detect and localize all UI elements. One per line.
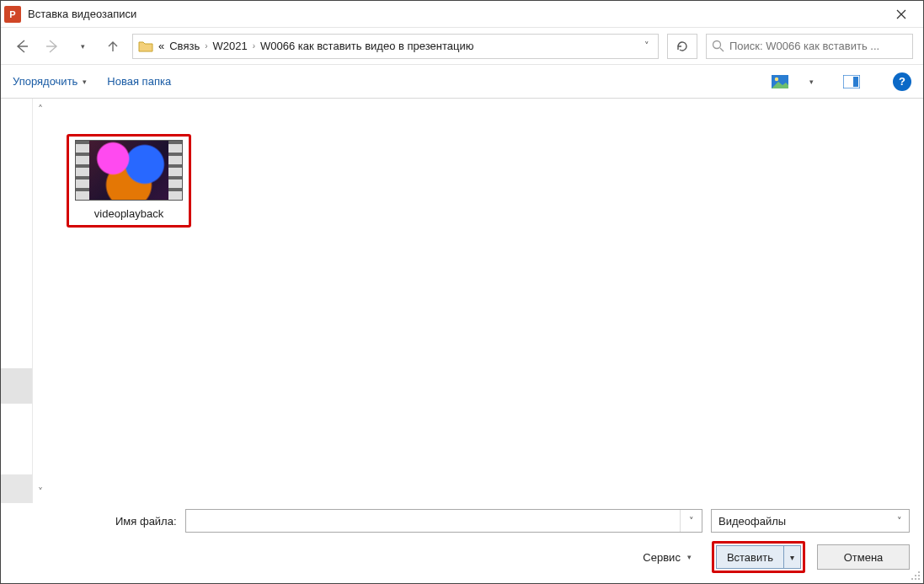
filetype-combobox[interactable]: Видеофайлы ˅: [711, 509, 910, 533]
tools-button[interactable]: Сервис ▾: [643, 551, 692, 564]
cancel-label: Отмена: [844, 551, 884, 564]
filename-combobox[interactable]: ˅: [185, 509, 702, 533]
chevron-down-icon: ▾: [81, 42, 85, 51]
refresh-icon: [676, 40, 689, 53]
breadcrumb-item[interactable]: Связь: [169, 40, 200, 52]
recent-locations-button[interactable]: ▾: [72, 35, 93, 58]
filename-label: Имя файла:: [115, 515, 177, 528]
close-icon: [896, 9, 906, 19]
breadcrumb-prefix: «: [158, 40, 164, 52]
view-mode-button[interactable]: [771, 73, 789, 90]
chevron-down-icon: ▾: [687, 553, 692, 561]
arrow-up-icon: [106, 40, 120, 53]
new-folder-label: Новая папка: [107, 75, 171, 88]
search-input[interactable]: [729, 40, 907, 52]
cancel-button[interactable]: Отмена: [817, 544, 910, 570]
insert-video-dialog: P Вставка видеозаписи ▾ « Связь › W2021 …: [0, 0, 924, 584]
app-icon: P: [4, 6, 21, 23]
new-folder-button[interactable]: Новая папка: [107, 75, 171, 88]
dialog-body: ˄ ˅ videoplayback: [1, 99, 923, 503]
dialog-footer: Имя файла: ˅ Видеофайлы ˅ Сервис ▾ Встав…: [1, 503, 923, 583]
titlebar: P Вставка видеозаписи: [1, 1, 923, 28]
preview-pane-icon: [843, 75, 860, 88]
background-slide-thumb: [1, 368, 32, 404]
chevron-right-icon: ›: [253, 41, 255, 51]
svg-rect-4: [853, 77, 858, 87]
toolbar: Упорядочить ▾ Новая папка ▾ ?: [1, 65, 923, 99]
filetype-dropdown[interactable]: ˅: [897, 516, 902, 527]
organize-label: Упорядочить: [13, 75, 77, 88]
nav-up-button[interactable]: [102, 35, 124, 58]
search-box[interactable]: [706, 34, 913, 59]
chevron-down-icon: ▾: [83, 78, 87, 86]
resize-grip[interactable]: [909, 569, 921, 581]
insert-button-highlight: Вставить ▾: [712, 541, 805, 573]
view-mode-dropdown[interactable]: ▾: [809, 78, 814, 86]
breadcrumb-dropdown[interactable]: ˅: [644, 40, 653, 51]
filetype-label: Видеофайлы: [718, 515, 786, 528]
help-button[interactable]: ?: [893, 72, 911, 91]
scroll-up-button[interactable]: ˄: [38, 104, 43, 115]
navbar: ▾ « Связь › W2021 › W0066 как вставить в…: [1, 28, 923, 65]
video-thumbnail-image: [89, 141, 168, 200]
nav-forward-button[interactable]: [41, 35, 63, 58]
nav-back-button[interactable]: [11, 35, 33, 58]
organize-button[interactable]: Упорядочить ▾: [13, 75, 87, 88]
preview-pane-button[interactable]: [842, 73, 861, 90]
filename-dropdown[interactable]: ˅: [680, 510, 702, 532]
tools-label: Сервис: [643, 551, 681, 564]
background-app-strip: [1, 99, 33, 503]
arrow-right-icon: [45, 39, 60, 54]
close-button[interactable]: [883, 2, 920, 27]
video-thumbnail: [75, 140, 183, 201]
background-statusbar: [1, 474, 32, 503]
refresh-button[interactable]: [667, 34, 697, 59]
insert-split-dropdown[interactable]: ▾: [784, 545, 801, 569]
file-item-label: videoplayback: [94, 207, 163, 220]
window-title: Вставка видеозаписи: [26, 8, 878, 20]
breadcrumb-item[interactable]: W0066 как вставить видео в презентацию: [260, 40, 473, 52]
file-item-selected[interactable]: videoplayback: [67, 134, 191, 228]
svg-point-0: [713, 41, 721, 49]
insert-label: Вставить: [727, 551, 773, 564]
scroll-down-button[interactable]: ˅: [38, 486, 43, 498]
file-list-pane[interactable]: videoplayback: [48, 99, 923, 503]
chevron-right-icon: ›: [205, 41, 207, 51]
folder-icon: [138, 40, 153, 53]
breadcrumb[interactable]: « Связь › W2021 › W0066 как вставить вид…: [132, 34, 659, 59]
search-icon: [712, 40, 724, 52]
pictures-view-icon: [772, 75, 788, 88]
insert-button[interactable]: Вставить: [716, 545, 784, 569]
breadcrumb-item[interactable]: W2021: [213, 40, 248, 52]
help-icon: ?: [899, 75, 905, 88]
arrow-left-icon: [14, 39, 29, 54]
svg-point-2: [775, 77, 778, 80]
nav-pane-scroll: ˄ ˅: [33, 99, 48, 503]
